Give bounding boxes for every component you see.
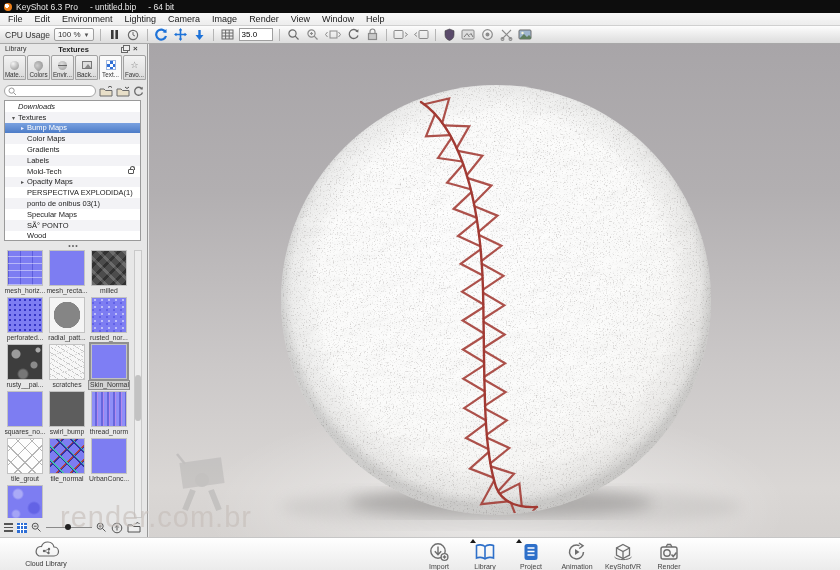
photo-icon[interactable] [518, 27, 533, 42]
expander-icon[interactable]: ▾ [9, 114, 18, 121]
cpu-usage-button[interactable]: CPU Usage [5, 30, 50, 40]
tree-item[interactable]: ponto de onibus 03(1) [5, 198, 140, 209]
dock-project-button[interactable]: Project [512, 540, 550, 570]
search-box[interactable] [4, 85, 96, 97]
upload-cloud-icon[interactable] [111, 522, 123, 534]
dock-animation-button[interactable]: Animation [558, 540, 596, 570]
tree-item[interactable]: Gradients [5, 144, 140, 155]
orbit-icon[interactable] [346, 27, 361, 42]
lock-camera-icon[interactable] [365, 27, 380, 42]
scissors-icon[interactable] [499, 27, 514, 42]
panel-splitter[interactable]: ••• [0, 242, 147, 249]
menu-view[interactable]: View [285, 13, 316, 26]
tree-item[interactable]: Downloads [5, 101, 140, 112]
render-viewport[interactable] [149, 44, 840, 537]
textures-icon [106, 60, 116, 70]
texture-thumbnail[interactable]: tile_normal [47, 438, 87, 484]
cloud-library-button[interactable]: Cloud Library [16, 541, 76, 567]
undock-panel-icon[interactable] [120, 45, 129, 53]
dock-library-button[interactable]: Library [466, 540, 504, 570]
pan-left-icon[interactable] [324, 27, 342, 42]
dock-render-button[interactable]: Render [650, 540, 688, 570]
dock-import-button[interactable]: Import [420, 540, 458, 570]
tab-environments[interactable]: Envir... [51, 55, 74, 80]
texture-thumbnail[interactable]: radial_patt... [47, 297, 87, 343]
texture-thumbnail[interactable]: wavy_bum... [5, 485, 45, 518]
menu-image[interactable]: Image [206, 13, 243, 26]
tree-item[interactable]: SÃ° PONTO [5, 220, 140, 231]
texture-thumbnail[interactable]: mesh_horiz... [5, 250, 45, 296]
thumbnail-size-slider[interactable] [46, 527, 92, 528]
focal-length-input[interactable] [239, 28, 273, 41]
menu-environment[interactable]: Environment [56, 13, 119, 26]
tree-item-label: Labels [27, 156, 49, 165]
import-folder-icon[interactable] [99, 86, 113, 97]
list-view-icon[interactable] [4, 523, 13, 532]
tab-backplates[interactable]: Back... [75, 55, 98, 80]
move-tool-icon[interactable] [173, 27, 188, 42]
menu-file[interactable]: File [2, 13, 29, 26]
refresh-realtime-icon[interactable] [154, 27, 169, 42]
grid-view-icon[interactable] [17, 523, 27, 533]
pause-button[interactable] [107, 27, 122, 42]
scrollbar-thumb[interactable] [135, 375, 141, 421]
texture-thumbnail[interactable]: scratches [47, 344, 87, 390]
tree-item[interactable]: ▸Opacity Maps [5, 177, 140, 188]
download-arrow-icon[interactable] [192, 27, 207, 42]
tree-item[interactable]: Specular Maps [5, 209, 140, 220]
tree-item[interactable]: Wood [5, 231, 140, 241]
render-camera-icon [658, 542, 680, 562]
tab-colors[interactable]: Colors [27, 55, 50, 80]
grid-icon[interactable] [220, 27, 235, 42]
thumbnail-scrollbar[interactable] [134, 250, 142, 518]
menu-window[interactable]: Window [316, 13, 360, 26]
tab-materials[interactable]: Mate... [3, 55, 26, 80]
dock-keyshotvr-button[interactable]: KeyShotVR [604, 540, 642, 570]
region-render-icon[interactable] [480, 27, 495, 42]
tree-item[interactable]: PERSPECTIVA EXPLODIDA(1) [5, 187, 140, 198]
tree-item[interactable]: Labels [5, 155, 140, 166]
texture-thumbnail[interactable]: thread_norm [89, 391, 129, 437]
view-switch-icon[interactable] [413, 27, 429, 42]
menu-camera[interactable]: Camera [162, 13, 206, 26]
cpu-percent-dropdown[interactable]: 100 % ▼ [54, 28, 94, 41]
texture-thumbnail[interactable]: swirl_bump [47, 391, 87, 437]
texture-thumbnail[interactable]: perforated... [5, 297, 45, 343]
tree-item[interactable]: ▸Bump Maps [5, 123, 140, 134]
menu-edit[interactable]: Edit [29, 13, 57, 26]
zoom-region-icon[interactable] [286, 27, 301, 42]
zoom-settings-icon[interactable] [305, 27, 320, 42]
add-view-icon[interactable] [393, 27, 409, 42]
expander-icon[interactable]: ▸ [18, 124, 27, 131]
tree-item[interactable]: ▾Textures [5, 112, 140, 123]
slider-knob[interactable] [65, 524, 71, 530]
tab-favorites[interactable]: ☆ Favo... [123, 55, 146, 80]
menu-help[interactable]: Help [360, 13, 391, 26]
menu-lighting[interactable]: Lighting [119, 13, 163, 26]
export-folder-icon[interactable] [116, 86, 130, 97]
texture-thumbnail[interactable]: rusty__pai... [5, 344, 45, 390]
tree-item[interactable]: Mold-Tech [5, 166, 140, 177]
folder-sync-icon[interactable] [127, 522, 141, 533]
zoom-in-icon[interactable] [96, 522, 107, 533]
texture-thumbnail[interactable]: rusted_nor... [89, 297, 129, 343]
tab-textures[interactable]: Text... [99, 55, 122, 80]
image-panel-icon[interactable] [461, 27, 476, 42]
tree-item[interactable]: Color Maps [5, 133, 140, 144]
texture-thumbnail[interactable]: Skin_Normal [89, 344, 129, 390]
texture-thumbnail[interactable]: milled [89, 250, 129, 296]
cloud-library-label: Cloud Library [16, 560, 76, 567]
texture-thumbnail[interactable]: UrbanConc... [89, 438, 129, 484]
refresh-icon[interactable] [133, 86, 144, 97]
expander-icon[interactable]: ▸ [18, 178, 27, 185]
tree-item-label: PERSPECTIVA EXPLODIDA(1) [27, 188, 133, 197]
performance-mode-icon[interactable] [126, 27, 141, 42]
close-panel-icon[interactable]: × [133, 45, 142, 53]
menu-render[interactable]: Render [243, 13, 285, 26]
search-input[interactable] [17, 86, 87, 97]
material-shield-icon[interactable] [442, 27, 457, 42]
texture-thumbnail[interactable]: tile_grout [5, 438, 45, 484]
texture-thumbnail[interactable]: squares_no... [5, 391, 45, 437]
zoom-out-icon[interactable] [31, 522, 42, 533]
texture-thumbnail[interactable]: mesh_recta... [47, 250, 87, 296]
